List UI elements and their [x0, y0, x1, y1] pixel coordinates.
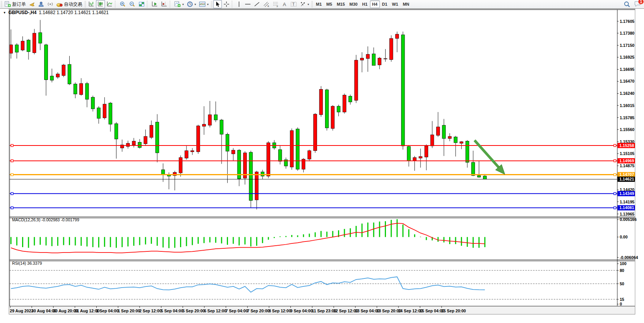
- line-chart-icon: [107, 1, 113, 7]
- chat-button[interactable]: 1: [634, 1, 641, 8]
- timeframe-button-M30[interactable]: M30: [347, 0, 360, 8]
- svg-text:5 Sep 20:00: 5 Sep 20:00: [182, 309, 205, 313]
- candle: [226, 134, 229, 151]
- person-icon: [38, 1, 44, 7]
- candle: [454, 137, 457, 142]
- crosshair-button[interactable]: [222, 0, 231, 8]
- profile-button[interactable]: [37, 0, 46, 8]
- timeframe-button-D1[interactable]: D1: [380, 0, 390, 8]
- candle: [290, 131, 293, 167]
- timeframe-button-M15[interactable]: M15: [335, 0, 347, 8]
- zoom-out-button[interactable]: [128, 0, 137, 8]
- candle: [337, 106, 340, 112]
- svg-text:15 Sep 20:00: 15 Sep 20:00: [441, 309, 466, 313]
- bar-chart-icon: [88, 1, 94, 7]
- dropdown-arrow-icon: ▾: [194, 3, 196, 6]
- candle: [390, 38, 393, 60]
- candle: [437, 127, 440, 135]
- crosshair-icon: [223, 1, 230, 7]
- candle: [442, 125, 446, 139]
- tile-windows-button[interactable]: [137, 0, 146, 8]
- zoom-in-button[interactable]: [118, 0, 128, 8]
- signals-button[interactable]: [46, 0, 55, 8]
- svg-text:1 Sep 20:00: 1 Sep 20:00: [118, 309, 140, 313]
- horizontal-line-icon: [245, 1, 251, 7]
- candle: [138, 142, 142, 147]
- arrows-button[interactable]: ▾: [298, 0, 311, 8]
- trendline-button[interactable]: [252, 0, 261, 8]
- fibonacci-button[interactable]: F: [271, 0, 281, 8]
- equidistant-channel-icon: E: [263, 1, 269, 7]
- candle: [308, 151, 311, 159]
- candle: [425, 146, 428, 157]
- svg-text:50: 50: [620, 281, 624, 286]
- vertical-line-button[interactable]: [235, 0, 243, 8]
- text-label-button[interactable]: T: [289, 0, 298, 8]
- arrows-icon: [300, 1, 306, 7]
- gold-cursor-button[interactable]: [27, 0, 37, 8]
- candle: [448, 136, 451, 139]
- search-icon[interactable]: [624, 1, 630, 8]
- cursor-button[interactable]: [213, 0, 222, 8]
- timeframe-button-M5[interactable]: M5: [324, 0, 334, 8]
- bar-chart-button[interactable]: [87, 0, 96, 8]
- svg-text:1 Sep 04:00: 1 Sep 04:00: [96, 309, 119, 313]
- autotrading-button[interactable]: 自动交易: [55, 0, 84, 8]
- svg-text:1.17150: 1.17150: [620, 43, 634, 48]
- candle: [45, 45, 48, 80]
- price-badge-1.15258: 1.15258: [617, 143, 635, 148]
- new-order-button[interactable]: 新订单: [3, 0, 27, 8]
- candle: [465, 141, 469, 163]
- toolbar-separator: [170, 1, 172, 8]
- svg-text:2 Sep 12:00: 2 Sep 12:00: [139, 309, 162, 313]
- candle: [232, 150, 235, 154]
- candle: [372, 54, 375, 66]
- candle: [15, 45, 19, 52]
- line-handle: [11, 160, 13, 162]
- text-button[interactable]: A: [281, 0, 289, 8]
- candle: [21, 41, 24, 50]
- svg-text:6 Sep 12:00: 6 Sep 12:00: [204, 309, 226, 313]
- timeframe-button-W1[interactable]: W1: [390, 0, 401, 8]
- line-chart-button[interactable]: [105, 0, 114, 8]
- svg-text:1.14969: 1.14969: [619, 158, 634, 163]
- svg-text:0.00: 0.00: [620, 235, 628, 239]
- equidistant-channel-button[interactable]: E: [261, 0, 271, 8]
- svg-text:1.15105: 1.15105: [620, 151, 634, 156]
- line-handle: [11, 192, 13, 195]
- candle: [483, 176, 486, 179]
- svg-text:-0.006064: -0.006064: [620, 255, 638, 260]
- chart-shift-button[interactable]: [159, 0, 169, 8]
- collapse-triangle-icon[interactable]: ▼: [3, 11, 6, 14]
- auto-scroll-button[interactable]: [150, 0, 159, 8]
- chart-canvas[interactable]: 1.176051.173801.171501.169251.166951.164…: [0, 9, 644, 323]
- candle: [214, 115, 217, 120]
- price-badge-1.14621: 1.14621: [617, 177, 635, 182]
- svg-text:1.15258: 1.15258: [619, 143, 634, 148]
- svg-text:13 Sep 04:00: 13 Sep 04:00: [355, 309, 380, 313]
- chart-window[interactable]: 1.176051.173801.171501.169251.166951.164…: [0, 9, 644, 323]
- toolbar-separator: [232, 1, 234, 8]
- candle: [220, 120, 223, 134]
- vertical-line-icon: [236, 1, 242, 7]
- templates-button[interactable]: ▾: [198, 0, 210, 8]
- trendline-icon: [254, 1, 260, 7]
- timeframe-button-MN[interactable]: MN: [400, 0, 411, 8]
- timeframe-button-H4[interactable]: H4: [370, 0, 380, 8]
- indicators-button[interactable]: ▾: [173, 0, 185, 8]
- svg-text:F: F: [277, 5, 278, 8]
- candle: [472, 162, 475, 176]
- candle: [208, 115, 212, 125]
- candle: [255, 172, 258, 200]
- candle: [401, 35, 405, 146]
- svg-text:1.14349: 1.14349: [619, 191, 634, 196]
- toolbar-separator: [147, 1, 149, 8]
- candle: [249, 152, 253, 200]
- timeframe-button-H1[interactable]: H1: [360, 0, 370, 8]
- horizontal-line-button[interactable]: [243, 0, 252, 8]
- candlestick-chart-button[interactable]: [96, 0, 105, 8]
- periods-button[interactable]: ▾: [185, 0, 198, 8]
- timeframe-button-M1[interactable]: M1: [314, 0, 324, 8]
- candle: [384, 59, 387, 59]
- line-handle: [614, 192, 616, 195]
